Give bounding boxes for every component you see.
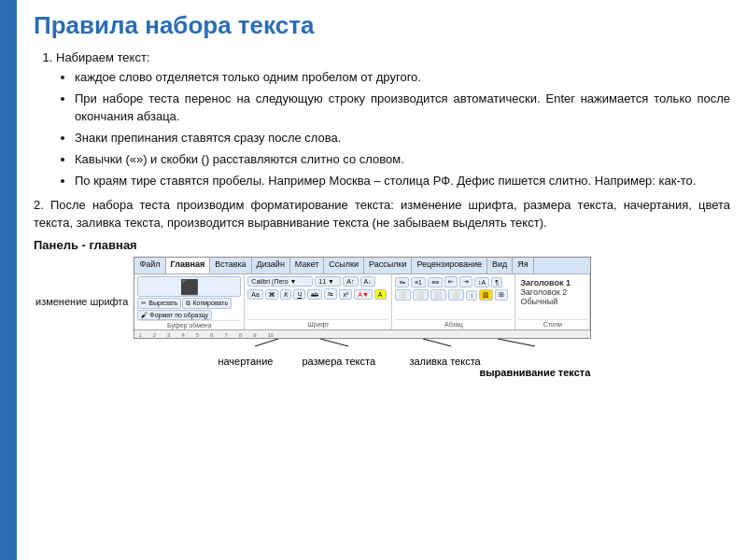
subscript-button[interactable]: x₂ [324,288,338,300]
bullet-list: каждое слово отделяется только одним про… [56,69,730,189]
format-painter-button[interactable]: 🖌 Формат по образцу [137,310,212,320]
tab-layout[interactable]: Макет [290,258,324,273]
tab-extra[interactable]: Яя [513,258,533,273]
bullets-button[interactable]: ≡• [395,277,409,287]
panel-title: Панель - главная [34,238,730,252]
bullet-5: По краям тире ставятся пробелы. Например… [75,173,730,190]
borders-button[interactable]: ⊞ [495,289,508,301]
italic-button[interactable]: К [280,289,291,300]
ruler-marks: 12345 678910 [138,332,274,338]
shading-button[interactable]: ▥ [479,289,493,301]
tab-review[interactable]: Рецензирование [412,258,487,273]
cut-button[interactable]: ✂ Вырезать [137,298,181,309]
underline-button[interactable]: Ч [293,289,305,300]
line-spacing-button[interactable]: ↕ [466,290,477,301]
toolbar-section: изменение шрифта Файл Главная Вставка Ди… [34,257,730,385]
tab-view[interactable]: Вид [487,258,513,273]
page-title: Правила набора текста [34,11,730,40]
sort-button[interactable]: ↕A [474,277,489,287]
font-size-dropdown[interactable]: 11 ▼ [315,276,341,287]
superscript-button[interactable]: x² [339,289,352,300]
svg-line-4 [498,339,535,346]
font-group-label: Шрифт [247,319,388,328]
clipboard-group: ⬛ ✂ Вырезать ⧉ Копировать 🖌 Формат по об… [134,274,245,329]
bold-button[interactable]: Ж [265,289,278,300]
left-accent-bar [0,0,17,560]
rules-list: Набираем текст: каждое слово отделяется … [34,49,730,189]
tab-file[interactable]: Файл [134,258,165,273]
svg-line-2 [320,339,348,346]
font-family-dropdown[interactable]: Calibri (Пего ▼ [247,276,313,287]
svg-line-3 [423,339,451,346]
rule-1-label: Набираем текст: [56,50,150,64]
toolbar-area: Файл Главная Вставка Дизайн Макет Ссылки… [134,257,591,385]
section-2-text: 2. После набора теста производим формати… [34,197,730,232]
numbering-button[interactable]: ≡1 [411,277,426,287]
annotation-labels: начертание размера текста заливка текста… [134,339,591,385]
rule-1: Набираем текст: каждое слово отделяется … [56,49,730,189]
main-content: Правила набора текста Набираем текст: ка… [17,0,747,560]
svg-line-1 [255,339,278,346]
multilevel-button[interactable]: ≡≡ [428,277,443,287]
strikethrough-button[interactable]: аb [307,289,322,300]
align-justify-button[interactable]: ⬜ [448,289,464,301]
show-marks-button[interactable]: ¶ [491,277,502,287]
paragraph-label: Абзац [395,319,512,328]
bullet-4: Кавычки («») и скобки () расставляются с… [75,151,730,169]
clipboard-label: Буфер обмена [137,320,241,329]
copy-button[interactable]: ⧉ Копировать [182,298,232,309]
styles-group: Заголовок 1 Заголовок 2 Обычный Стили [515,274,590,329]
ruler: 12345 678910 [134,330,590,339]
ribbon-tabs-row: Файл Главная Вставка Дизайн Макет Ссылки… [134,258,590,274]
bullet-3: Знаки препинания ставятся сразу после сл… [75,130,730,147]
fill-label: заливка текста [409,356,480,367]
font-size-label: размера текста [302,356,375,367]
decrease-indent-button[interactable]: ⇤ [444,276,458,287]
clear-format-button[interactable]: Аа [247,289,263,300]
styles-label: Стили [518,319,586,328]
left-labels: изменение шрифта [34,257,128,307]
font-change-label: изменение шрифта [35,296,128,307]
tab-mailing[interactable]: Рассылки [364,258,412,273]
ribbon-toolbar: Файл Главная Вставка Дизайн Макет Ссылки… [134,257,591,339]
align-left-button[interactable]: ⬜ [395,289,411,301]
increase-indent-button[interactable]: ⇥ [459,276,472,287]
tab-home[interactable]: Главная [166,258,211,273]
paragraph-group: ≡• ≡1 ≡≡ ⇤ ⇥ ↕A ¶ ⬜ ⬜ ⬜ ⬜ ↕ ▥ [392,274,515,329]
align-right-button[interactable]: ⬜ [430,289,446,301]
font-color-button[interactable]: А▼ [354,289,373,300]
bullet-1: каждое слово отделяется только одним про… [75,69,730,87]
bullet-2: При наборе теста перенос на следующую ст… [75,91,730,126]
paste-button[interactable]: ⬛ [137,276,241,297]
align-center-button[interactable]: ⬜ [413,289,429,301]
ribbon-body: ⬛ ✂ Вырезать ⧉ Копировать 🖌 Формат по об… [134,274,590,330]
decrease-font-button[interactable]: А↓ [360,276,375,287]
align-label: выравнивание текста [479,367,590,378]
tab-insert[interactable]: Вставка [210,258,251,273]
increase-font-button[interactable]: А↑ [343,276,358,287]
highlight-button[interactable]: А [374,289,387,300]
clipboard-buttons: ⬛ ✂ Вырезать ⧉ Копировать 🖌 Формат по об… [137,276,241,320]
style-label: начертание [218,356,273,367]
tab-design[interactable]: Дизайн [252,258,290,273]
tab-refs[interactable]: Ссылки [324,258,364,273]
font-group: Calibri (Пего ▼ 11 ▼ А↑ А↓ Аа Ж К Ч аb x… [245,274,392,329]
